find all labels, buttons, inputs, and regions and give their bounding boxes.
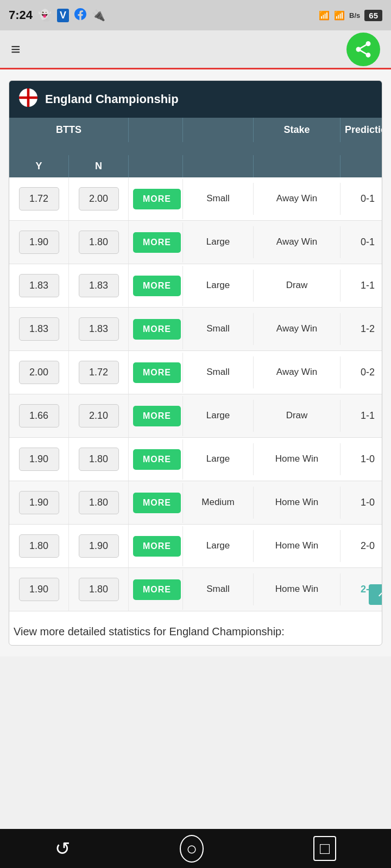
score-value: 1-0	[361, 497, 375, 508]
prediction-cell: Home Win	[254, 487, 340, 518]
more-cell[interactable]: MORE	[129, 570, 183, 610]
more-button[interactable]: MORE	[133, 276, 181, 296]
more-button[interactable]: MORE	[133, 232, 181, 253]
prediction-value: Home Win	[275, 497, 318, 507]
prediction-cell: Away Win	[254, 183, 340, 214]
prediction-value: Home Win	[275, 454, 318, 464]
pred-sub-empty	[254, 155, 340, 177]
btts-n-cell: 1.80	[69, 221, 129, 264]
empty-col2	[183, 118, 254, 142]
btts-y-value: 1.90	[19, 448, 59, 471]
more-cell[interactable]: MORE	[129, 483, 183, 523]
btts-y-cell: 1.90	[9, 481, 69, 524]
score-value: 0-1	[361, 237, 375, 247]
y-header: Y	[9, 155, 69, 177]
score-cell: 0-1	[340, 183, 382, 214]
back-button[interactable]: ↺	[55, 838, 70, 859]
more-cell[interactable]: MORE	[129, 353, 183, 393]
stake-cell: Large	[183, 530, 254, 561]
more-button[interactable]: MORE	[133, 362, 181, 383]
btts-y-value: 1.72	[19, 187, 59, 210]
status-bar: 7:24 👻 V 🔌 📶 📶 B/s 65	[0, 0, 391, 30]
footer-text: View more detailed statistics for Englan…	[9, 611, 382, 645]
stake-header: Stake	[254, 118, 340, 142]
stake-value: Large	[206, 540, 230, 551]
table-row: 1.90 1.80 MORE Small Home Win 2-0	[9, 568, 382, 611]
more-button[interactable]: MORE	[133, 189, 181, 209]
stake-value: Large	[206, 237, 230, 247]
stake-cell: Small	[183, 183, 254, 214]
prediction-value: Draw	[286, 410, 308, 420]
battery-icon: 65	[364, 10, 382, 21]
prediction-value: Draw	[286, 280, 308, 290]
score-value: 2-0	[361, 540, 375, 551]
prediction-value: Away Win	[276, 367, 317, 377]
table-row: 2.00 1.72 MORE Small Away Win 0-2	[9, 351, 382, 394]
btts-y-value: 1.83	[19, 317, 59, 341]
nav-bar: ↺ ○ □	[0, 829, 391, 868]
scroll-top-button[interactable]	[369, 584, 382, 605]
chevron-up-icon	[375, 588, 382, 601]
stake-value: Small	[206, 367, 230, 377]
stake-cell: Small	[183, 573, 254, 605]
btts-y-value: 1.66	[19, 404, 59, 427]
fb-icon	[74, 8, 86, 23]
stake-sub-empty	[183, 155, 254, 177]
prediction-cell: Home Win	[254, 573, 340, 605]
btts-y-value: 2.00	[19, 361, 59, 384]
btts-n-value: 1.80	[79, 578, 119, 601]
prediction-value: Away Win	[276, 323, 317, 334]
btts-y-value: 1.80	[19, 534, 59, 558]
v-icon: V	[57, 9, 69, 22]
signal2-icon: 📶	[334, 10, 345, 21]
home-button[interactable]: ○	[180, 835, 204, 863]
score-cell: 2-0	[340, 531, 382, 561]
more-cell[interactable]: MORE	[129, 179, 183, 219]
btts-y-value: 1.90	[19, 578, 59, 601]
share-button[interactable]	[346, 33, 380, 66]
svg-rect-2	[19, 97, 37, 99]
england-flag-icon	[19, 88, 37, 110]
stake-cell: Medium	[183, 487, 254, 518]
more-cell[interactable]: MORE	[129, 439, 183, 480]
prediction-value: Home Win	[275, 584, 318, 594]
snapchat-icon: 👻	[38, 9, 52, 22]
btts-n-value: 1.80	[79, 448, 119, 471]
score-cell: 1-1	[340, 270, 382, 301]
btts-n-cell: 1.80	[69, 481, 129, 524]
more-cell[interactable]: MORE	[129, 309, 183, 349]
btts-y-cell: 1.90	[9, 221, 69, 264]
btts-n-value: 1.83	[79, 274, 119, 297]
league-header: England Championship	[9, 81, 382, 118]
more-button[interactable]: MORE	[133, 536, 181, 557]
stake-cell: Large	[183, 226, 254, 258]
btts-y-value: 1.90	[19, 231, 59, 254]
btts-n-cell: 2.10	[69, 394, 129, 437]
score-value: 1-1	[361, 280, 375, 291]
time-display: 7:24	[9, 8, 33, 22]
menu-button[interactable]: ≡	[11, 41, 21, 58]
prediction-cell: Draw	[254, 270, 340, 301]
more-cell[interactable]: MORE	[129, 396, 183, 436]
more-button[interactable]: MORE	[133, 319, 181, 340]
score-value: 0-2	[361, 367, 375, 378]
table-row: 1.83 1.83 MORE Large Draw 1-1	[9, 264, 382, 308]
btts-y-cell: 1.90	[9, 568, 69, 611]
btts-n-value: 1.72	[79, 361, 119, 384]
more-button[interactable]: MORE	[133, 579, 181, 600]
signal1-icon: 📶	[319, 10, 330, 21]
more-button[interactable]: MORE	[133, 406, 181, 426]
stake-cell: Small	[183, 356, 254, 388]
more-button[interactable]: MORE	[133, 449, 181, 470]
more-cell[interactable]: MORE	[129, 526, 183, 566]
btts-y-cell: 1.83	[9, 308, 69, 350]
prediction-value: Home Win	[275, 540, 318, 551]
more-cell[interactable]: MORE	[129, 266, 183, 306]
more-cell[interactable]: MORE	[129, 222, 183, 263]
data-icon: B/s	[349, 11, 360, 20]
more-button[interactable]: MORE	[133, 493, 181, 513]
prediction-cell: Home Win	[254, 443, 340, 475]
recents-button[interactable]: □	[313, 836, 336, 861]
btts-n-value: 1.90	[79, 534, 119, 558]
content-area: England Championship BTTS Stake Predicti…	[0, 69, 391, 656]
